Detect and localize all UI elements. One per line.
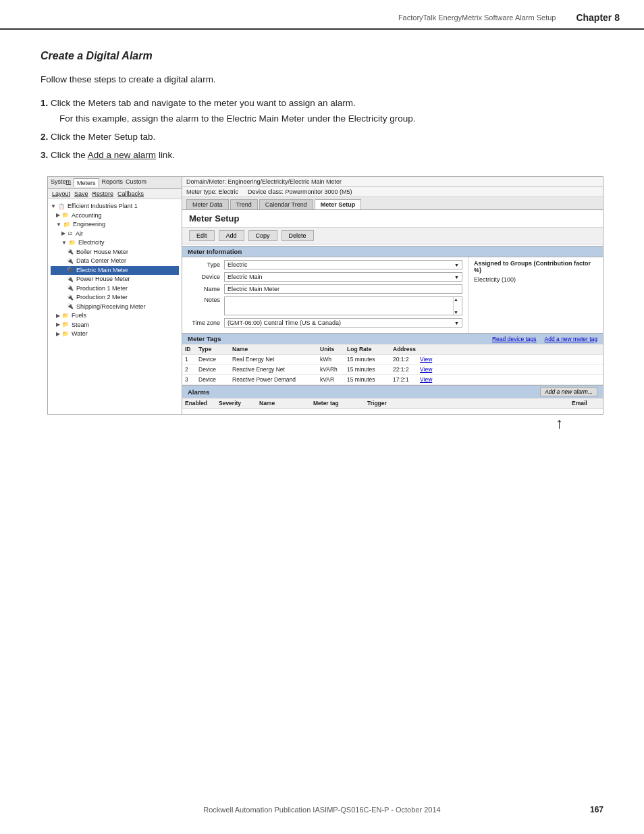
tree-electricity[interactable]: ▼ 📁 Electricity xyxy=(51,238,179,248)
device-label: Device xyxy=(188,273,224,280)
meter-tags-title: Meter Tags xyxy=(188,335,221,342)
action-bar: Edit Add Copy Delete xyxy=(182,227,603,244)
arrow-icon: ↑ xyxy=(556,415,563,432)
step-2: 2. Click the Meter Setup tab. xyxy=(41,132,603,142)
tree-accounting[interactable]: ▶ 📁 Accounting xyxy=(51,211,179,221)
alarms-empty xyxy=(182,409,603,414)
view-link-2[interactable]: View xyxy=(417,365,437,373)
notes-input[interactable]: ▲ ▼ xyxy=(224,296,462,315)
toolbar-restore[interactable]: Restore xyxy=(92,190,114,197)
tags-col-header: ID Type Name Units Log Rate Address xyxy=(182,344,603,355)
alarms-title: Alarms xyxy=(188,388,209,396)
tree-shipping-meter[interactable]: 🔌 Shipping/Receiving Meter xyxy=(51,303,179,312)
steps-list: 1. Click the Meters tab and navigate to … xyxy=(41,98,603,160)
tz-label: Time zone xyxy=(188,319,224,326)
toolbar-callbacks[interactable]: Callbacks xyxy=(117,190,144,197)
view-link-1[interactable]: View xyxy=(417,355,437,363)
tag-row-1: 1 Device Real Energy Net kWh 15 minutes … xyxy=(182,355,603,365)
groups-value: Electricity (100) xyxy=(474,276,597,283)
tags-actions: Read device tags Add a new meter tag xyxy=(492,336,597,342)
page-footer: Rockwell Automation Publication IASIMP-Q… xyxy=(0,806,644,814)
meter-info-header: Meter Information xyxy=(182,246,603,257)
meter-type-bar: Meter type: Electric Device class: Power… xyxy=(182,187,603,197)
add-new-meter-tag-link[interactable]: Add a new meter tag xyxy=(545,336,597,342)
step-3: 3. Click the Add a new alarm link. xyxy=(41,150,603,160)
tz-input[interactable]: (GMT-06:00) Central Time (US & Canada) ▼ xyxy=(224,318,462,328)
info-left: Type Electric ▼ Device Electric Main ▼ xyxy=(182,257,468,333)
intro-text: Follow these steps to create a digital a… xyxy=(41,74,603,84)
toolbar-save[interactable]: Save xyxy=(74,190,88,197)
step-2-num: 2. xyxy=(41,132,48,142)
page-header: FactoryTalk EnergyMetrix Software Alarm … xyxy=(0,0,644,30)
tag-row-3: 3 Device Reactive Power Demand kVAR 15 m… xyxy=(182,375,603,385)
arrow-annotation: ↑ xyxy=(41,415,603,442)
page-content: Create a Digital Alarm Follow these step… xyxy=(0,30,644,469)
col-lograte: Log Rate xyxy=(344,345,390,353)
read-device-tags-link[interactable]: Read device tags xyxy=(492,336,537,342)
notes-label: Notes xyxy=(188,296,224,303)
right-tabs-bar: Meter Data Trend Calendar Trend Meter Se… xyxy=(182,197,603,210)
col-aname: Name xyxy=(257,399,311,407)
col-name: Name xyxy=(230,345,317,353)
alarms-col-header: Enabled Severity Name Meter tag Trigger … xyxy=(182,398,603,409)
tab-calendar-trend[interactable]: Calendar Trend xyxy=(259,199,313,209)
col-enabled: Enabled xyxy=(182,399,216,407)
col-units: Units xyxy=(317,345,344,353)
tab-trend[interactable]: Trend xyxy=(230,199,258,209)
step-1: 1. Click the Meters tab and navigate to … xyxy=(41,98,603,124)
tree-engineering[interactable]: ▼ 📁 Engineering xyxy=(51,220,179,230)
tab-system[interactable]: System xyxy=(51,178,71,187)
tree-steam[interactable]: ▶ 📁 Steam xyxy=(51,321,179,330)
col-addr: Address xyxy=(390,345,417,353)
field-device-row: Device Electric Main ▼ xyxy=(188,272,462,282)
tree-powerhouse-meter[interactable]: 🔌 Power House Meter xyxy=(51,275,179,284)
add-button[interactable]: Add xyxy=(219,230,244,241)
add-alarm-link[interactable]: Add a new alarm xyxy=(88,150,156,160)
type-input[interactable]: Electric ▼ xyxy=(224,260,462,269)
copy-button[interactable]: Copy xyxy=(248,230,277,241)
device-input[interactable]: Electric Main ▼ xyxy=(224,272,462,282)
info-grid: Type Electric ▼ Device Electric Main ▼ xyxy=(182,257,603,333)
screenshot-area: System Meters Reports Custom Layout Save… xyxy=(47,176,603,415)
tree-air[interactable]: ▶ 🗂 Air xyxy=(51,230,179,239)
section-title: Create a Digital Alarm xyxy=(41,50,603,62)
step-2-text: Click the Meter Setup tab. xyxy=(51,132,155,142)
add-new-alarm-button[interactable]: Add a new alarm... xyxy=(540,387,597,396)
view-link-3[interactable]: View xyxy=(417,375,437,384)
tree-electricmain-meter[interactable]: 🔌 Electric Main Meter xyxy=(51,266,179,276)
footer-page-num: 167 xyxy=(590,805,603,814)
tree-boiler-meter[interactable]: 🔌 Boiler House Meter xyxy=(51,248,179,257)
tab-meters[interactable]: Meters xyxy=(74,178,99,187)
domain-path: Domain/Meter: Engineering/Electricity/El… xyxy=(186,178,342,185)
tree-prod1-meter[interactable]: 🔌 Production 1 Meter xyxy=(51,284,179,294)
meter-type-label: Meter type: Electric xyxy=(186,188,238,195)
edit-button[interactable]: Edit xyxy=(189,230,215,241)
name-label: Name xyxy=(188,286,224,292)
step-1-num: 1. xyxy=(41,98,48,108)
tag-row-2: 2 Device Reactive Energy Net kVARh 15 mi… xyxy=(182,365,603,375)
tab-meter-data[interactable]: Meter Data xyxy=(186,199,229,209)
step-1-sub: For this example, assign the alarm to th… xyxy=(59,113,603,124)
col-type: Type xyxy=(196,345,230,353)
col-email: Email xyxy=(569,399,603,407)
tree-root[interactable]: ▼ 📋 Efficient Industries Plant 1 xyxy=(51,202,179,211)
name-input[interactable]: Electric Main Meter xyxy=(224,284,462,294)
header-subtitle: FactoryTalk EnergyMetrix Software Alarm … xyxy=(24,14,576,22)
footer-text: Rockwell Automation Publication IASIMP-Q… xyxy=(203,806,440,814)
tree-datacenter-meter[interactable]: 🔌 Data Center Meter xyxy=(51,257,179,266)
delete-button[interactable]: Delete xyxy=(281,230,314,241)
tab-meter-setup[interactable]: Meter Setup xyxy=(315,199,362,209)
left-toolbar: Layout Save Restore Callbacks xyxy=(48,189,182,199)
path-bar: Domain/Meter: Engineering/Electricity/El… xyxy=(182,177,603,187)
toolbar-layout[interactable]: Layout xyxy=(52,190,70,197)
tab-custom[interactable]: Custom xyxy=(126,178,146,187)
field-tz-row: Time zone (GMT-06:00) Central Time (US &… xyxy=(188,318,462,328)
field-name-row: Name Electric Main Meter xyxy=(188,284,462,294)
tree-water[interactable]: ▶ 📁 Water xyxy=(51,330,179,339)
chapter-label: Chapter 8 xyxy=(576,12,620,23)
step-3-num: 3. xyxy=(41,150,48,160)
right-panel: Domain/Meter: Engineering/Electricity/El… xyxy=(182,176,603,415)
tree-fuels[interactable]: ▶ 📁 Fuels xyxy=(51,311,179,321)
tab-reports[interactable]: Reports xyxy=(102,178,124,187)
tree-prod2-meter[interactable]: 🔌 Production 2 Meter xyxy=(51,293,179,303)
